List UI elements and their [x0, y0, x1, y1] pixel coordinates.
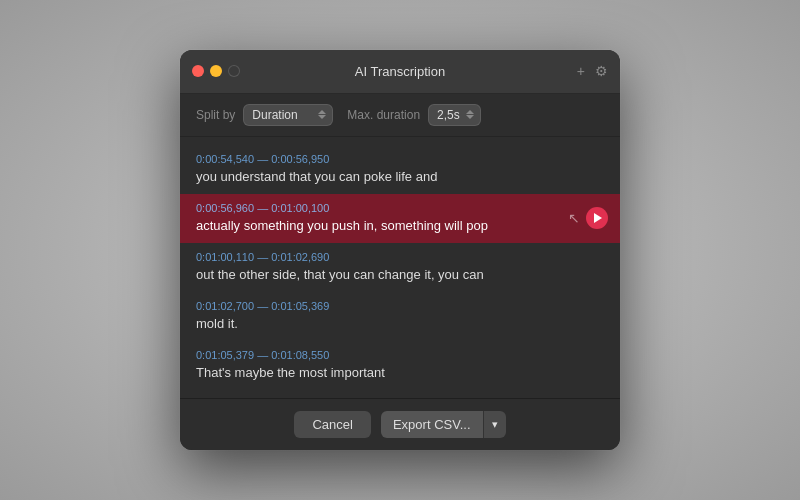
- timestamp: 0:01:05,379 — 0:01:08,550: [196, 349, 604, 361]
- arrow-up-icon: [318, 110, 326, 114]
- export-button-group: Export CSV... ▾: [381, 411, 506, 438]
- duration-arrows: [466, 110, 474, 119]
- close-button[interactable]: [192, 65, 204, 77]
- export-csv-button[interactable]: Export CSV...: [381, 411, 483, 438]
- maximize-button[interactable]: [228, 65, 240, 77]
- max-duration-value: 2,5s: [437, 108, 460, 122]
- arrow-down-icon: [318, 115, 326, 119]
- traffic-lights: [192, 65, 240, 77]
- split-by-label: Split by: [196, 108, 235, 122]
- play-icon: [594, 213, 602, 223]
- add-icon[interactable]: +: [577, 63, 585, 79]
- split-by-select[interactable]: Duration: [243, 104, 333, 126]
- cancel-button[interactable]: Cancel: [294, 411, 370, 438]
- main-window: AI Transcription + ⚙ Split by Duration M…: [180, 50, 620, 451]
- duration-arrow-down-icon: [466, 115, 474, 119]
- minimize-button[interactable]: [210, 65, 222, 77]
- transcript-text: mold it.: [196, 315, 604, 333]
- duration-arrow-up-icon: [466, 110, 474, 114]
- transcript-item[interactable]: 0:01:00,110 — 0:01:02,690out the other s…: [180, 243, 620, 292]
- split-by-value: Duration: [252, 108, 312, 122]
- max-duration-select[interactable]: 2,5s: [428, 104, 481, 126]
- footer: Cancel Export CSV... ▾: [180, 398, 620, 450]
- toolbar: Split by Duration Max. duration 2,5s: [180, 94, 620, 137]
- transcript-text: That's maybe the most important: [196, 364, 604, 382]
- timestamp: 0:01:00,110 — 0:01:02,690: [196, 251, 604, 263]
- transcript-text: you understand that you can poke life an…: [196, 168, 604, 186]
- transcript-item[interactable]: 0:00:56,960 — 0:01:00,100actually someth…: [180, 194, 620, 243]
- transcript-item[interactable]: 0:01:05,379 — 0:01:08,550That's maybe th…: [180, 341, 620, 390]
- titlebar-actions: + ⚙: [577, 63, 608, 79]
- timestamp: 0:01:02,700 — 0:01:05,369: [196, 300, 604, 312]
- transcript-text: actually something you push in, somethin…: [196, 217, 604, 235]
- split-by-arrows: [318, 110, 326, 119]
- transcript-item[interactable]: 0:00:54,540 — 0:00:56,950you understand …: [180, 145, 620, 194]
- transcript-item[interactable]: 0:01:02,700 — 0:01:05,369mold it.: [180, 292, 620, 341]
- timestamp: 0:00:56,960 — 0:01:00,100: [196, 202, 604, 214]
- export-dropdown-button[interactable]: ▾: [483, 411, 506, 438]
- play-button[interactable]: [586, 207, 608, 229]
- window-title: AI Transcription: [355, 64, 445, 79]
- timestamp: 0:00:54,540 — 0:00:56,950: [196, 153, 604, 165]
- titlebar: AI Transcription + ⚙: [180, 50, 620, 94]
- max-duration-label: Max. duration: [347, 108, 420, 122]
- gear-icon[interactable]: ⚙: [595, 63, 608, 79]
- transcript-text: out the other side, that you can change …: [196, 266, 604, 284]
- transcript-list: 0:00:54,540 — 0:00:56,950you understand …: [180, 137, 620, 399]
